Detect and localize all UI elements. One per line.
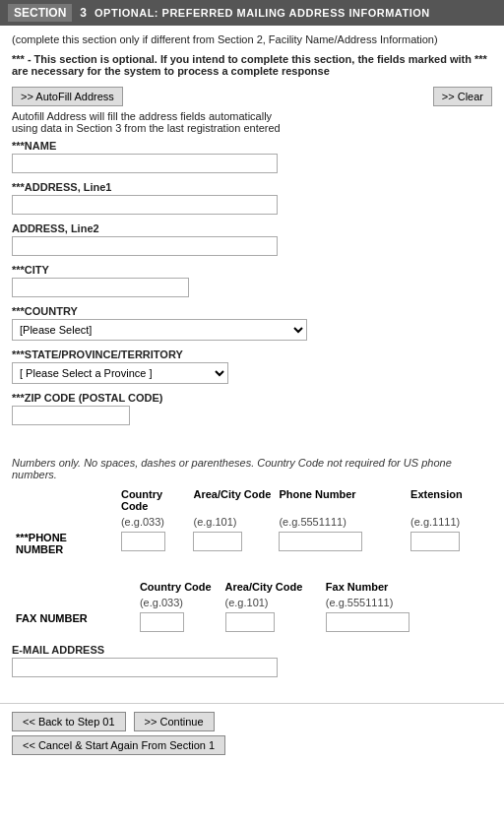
address1-field-group: ***ADDRESS, Line1 <box>12 181 492 215</box>
phone-col-area: Area/City Code <box>189 486 275 514</box>
phone-note: Numbers only. No spaces, dashes or paren… <box>12 457 492 480</box>
country-field-group: ***COUNTRY [Please Select] <box>12 305 492 341</box>
clear-button[interactable]: >> Clear <box>433 87 492 106</box>
section-number-value: 3 <box>80 6 87 20</box>
section-note: *** - This section is optional. If you i… <box>12 53 492 77</box>
address1-label: ***ADDRESS, Line1 <box>12 181 492 193</box>
address1-input[interactable] <box>12 195 278 215</box>
autofill-description: Autofill Address will fill the address f… <box>12 110 287 134</box>
fax-country-input[interactable] <box>140 612 184 632</box>
section-number-label: SECTION <box>8 4 72 22</box>
fax-row-label: FAX NUMBER <box>12 610 136 634</box>
fax-number-input[interactable] <box>326 612 410 632</box>
continue-button[interactable]: >> Continue <box>134 712 215 731</box>
email-field-group: E-MAIL ADDRESS <box>12 644 492 677</box>
zip-field-group: ***ZIP CODE (POSTAL CODE) <box>12 392 492 425</box>
autofill-button[interactable]: >> AutoFill Address <box>12 87 123 106</box>
fax-area-input[interactable] <box>225 612 275 632</box>
zip-label: ***ZIP CODE (POSTAL CODE) <box>12 392 492 404</box>
country-label: ***COUNTRY <box>12 305 492 317</box>
address2-field-group: ADDRESS, Line2 <box>12 222 492 256</box>
city-field-group: ***CITY <box>12 264 492 297</box>
email-input[interactable] <box>12 658 278 677</box>
autofill-row: >> AutoFill Address Autofill Address wil… <box>12 87 492 134</box>
address2-input[interactable] <box>12 236 278 256</box>
phone-eg-area: (e.g.101) <box>189 514 275 530</box>
fax-col-area: Area/City Code <box>221 579 322 595</box>
phone-number-input[interactable] <box>279 532 362 551</box>
state-field-group: ***STATE/PROVINCE/TERRITORY [ Please Sel… <box>12 349 492 384</box>
fax-eg-country: (e.g.033) <box>136 595 221 610</box>
cancel-button[interactable]: << Cancel & Start Again From Section 1 <box>12 735 225 755</box>
phone-eg-country: (e.g.033) <box>117 514 190 530</box>
phone-eg-ext: (e.g.1111) <box>407 514 492 530</box>
section-header: SECTION 3 OPTIONAL: PREFERRED MAILING AD… <box>0 0 504 26</box>
email-label: E-MAIL ADDRESS <box>12 644 492 656</box>
footer-buttons: << Back to Step 01 >> Continue << Cancel… <box>0 703 504 767</box>
section-title: OPTIONAL: PREFERRED MAILING ADDRESS INFO… <box>94 7 430 19</box>
country-select[interactable]: [Please Select] <box>12 319 307 341</box>
section-subtitle: (complete this section only if different… <box>12 33 492 45</box>
city-label: ***CITY <box>12 264 492 276</box>
name-field-group: ***NAME <box>12 140 492 173</box>
fax-table: Country Code Area/City Code Fax Number (… <box>12 579 492 634</box>
address2-label: ADDRESS, Line2 <box>12 222 492 234</box>
fax-col-fax: Fax Number <box>322 579 492 595</box>
fax-eg-fax: (e.g.5551111) <box>322 595 492 610</box>
fax-col-country: Country Code <box>136 579 221 595</box>
zip-input[interactable] <box>12 406 130 425</box>
phone-col-country: Country Code <box>117 486 190 514</box>
back-button[interactable]: << Back to Step 01 <box>12 712 126 731</box>
phone-col-phone: Phone Number <box>275 486 407 514</box>
cancel-row: << Cancel & Start Again From Section 1 <box>12 735 492 755</box>
name-input[interactable] <box>12 154 278 173</box>
name-label: ***NAME <box>12 140 492 152</box>
state-label: ***STATE/PROVINCE/TERRITORY <box>12 349 492 360</box>
state-select[interactable]: [ Please Select a Province ] <box>12 362 228 384</box>
city-input[interactable] <box>12 278 189 297</box>
phone-eg-phone: (e.g.5551111) <box>275 514 407 530</box>
phone-table: Country Code Area/City Code Phone Number… <box>12 486 492 557</box>
phone-country-input[interactable] <box>121 532 165 551</box>
phone-row-label: ***PHONE NUMBER <box>12 530 117 557</box>
phone-col-ext: Extension <box>407 486 492 514</box>
nav-row: << Back to Step 01 >> Continue <box>12 712 492 731</box>
main-content: (complete this section only if different… <box>0 26 504 693</box>
phone-ext-input[interactable] <box>410 532 460 551</box>
fax-eg-area: (e.g.101) <box>221 595 322 610</box>
phone-area-input[interactable] <box>193 532 242 551</box>
